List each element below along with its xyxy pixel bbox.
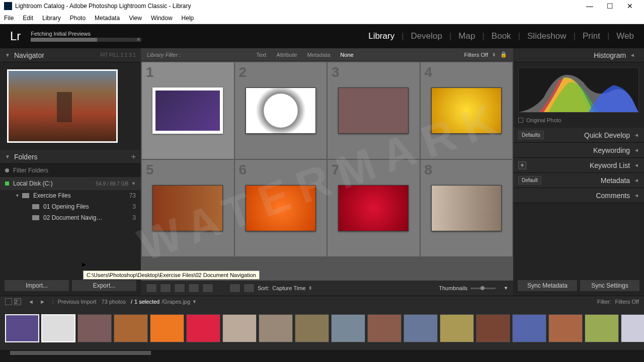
filmstrip-thumb[interactable] [331,314,365,342]
chevron-down-icon[interactable]: ▼ [504,286,508,291]
cell-index: 5 [146,162,154,178]
module-book[interactable]: Book [492,31,511,41]
second-window-icon[interactable]: 2 [14,298,21,305]
disk-row[interactable]: Local Disk (C:) 54.9 / 89.7 GB ▼ [0,177,141,190]
grid-cell[interactable]: 2 [235,62,327,159]
filmstrip-thumb[interactable] [77,314,112,342]
thumbnail-image [152,185,223,231]
loupe-view-button[interactable] [160,284,171,293]
module-slideshow[interactable]: Slideshow [527,31,567,41]
menu-metadata[interactable]: Metadata [95,15,120,22]
keywording-header[interactable]: Keywording ◄ [513,143,644,158]
filters-off-dropdown[interactable]: Filters Off [464,52,488,58]
filmstrip-thumb[interactable] [621,314,644,342]
disk-size: 54.9 / 89.7 GB [96,181,129,187]
folder-row[interactable]: 01 Opening Files3 [0,201,141,212]
filmstrip-thumb[interactable] [440,314,474,342]
metadata-header[interactable]: Default Metadata ◄ [513,173,644,188]
go-back-icon[interactable]: ◄ [28,299,34,305]
painter-button[interactable] [229,284,240,293]
menu-help[interactable]: Help [182,15,194,22]
menu-window[interactable]: Window [151,15,173,22]
default-dropdown[interactable]: Default [518,176,541,185]
close-button[interactable]: ✕ [620,2,640,10]
filmstrip-thumb[interactable] [150,314,184,342]
menu-view[interactable]: View [129,15,142,22]
filmstrip-thumb[interactable] [367,314,401,342]
filter-metadata[interactable]: Metadata [307,52,330,58]
defaults-dropdown[interactable]: Defaults [518,131,544,139]
filmstrip-scrollbar[interactable] [0,350,644,356]
module-map[interactable]: Map [458,31,475,41]
keyword-list-header[interactable]: + Keyword List ◄ [513,158,644,173]
menu-file[interactable]: File [4,15,14,22]
filmstrip-thumb[interactable] [512,314,546,342]
sync-settings-button[interactable]: Sync Settings [580,280,640,292]
status-source[interactable]: Previous Import [58,299,97,305]
menu-photo[interactable]: Photo [70,15,86,22]
sort-dropdown[interactable]: Capture Time [272,285,305,291]
filmstrip-thumb[interactable] [548,314,583,342]
menu-library[interactable]: Library [42,15,61,22]
navigator-preview[interactable] [0,62,141,150]
filmstrip-thumb[interactable] [585,314,619,342]
original-photo-checkbox[interactable]: Original Photo [518,117,639,123]
survey-view-button[interactable] [188,284,199,293]
filter-attribute[interactable]: Attribute [276,52,297,58]
filmstrip-thumb[interactable] [222,314,257,342]
histogram-header[interactable]: Histogram ◄ [513,48,644,62]
export-button[interactable]: Export... [71,280,137,292]
disk-name: Local Disk (C:) [13,180,53,187]
navigator-modes[interactable]: FIT FILL 1:1 3:1 [100,52,136,58]
filmstrip-thumb[interactable] [41,314,75,342]
filmstrip-thumb[interactable] [114,314,148,342]
filters-off-dropdown[interactable]: Filters Off [615,299,639,305]
folder-tooltip: C:\Users\Photoshop\Desktop\Exercise File… [83,270,260,280]
progress-cancel-icon[interactable]: ✕ [136,37,140,42]
menu-edit[interactable]: Edit [23,15,33,22]
grid-cell[interactable]: 8 [421,160,513,256]
thumbnail-grid: 12345678 [141,61,513,281]
sort-direction-button[interactable] [244,284,255,293]
grid-cell[interactable]: 3 [328,62,420,159]
filmstrip-thumb[interactable] [259,314,293,342]
compare-view-button[interactable] [174,284,185,293]
filter-text[interactable]: Text [256,52,266,58]
module-library[interactable]: Library [368,31,394,41]
go-forward-icon[interactable]: ► [40,299,45,305]
filmstrip-thumb[interactable] [476,314,510,342]
sync-metadata-button[interactable]: Sync Metadata [517,280,578,292]
filmstrip-thumb[interactable] [186,314,220,342]
folder-filter[interactable]: Filter Folders [0,164,141,177]
thumbnail-size-slider[interactable] [470,288,496,289]
comments-header[interactable]: Comments ◄ [513,188,644,203]
grid-cell[interactable]: 6 [235,160,327,256]
main-window-icon[interactable] [5,298,12,305]
filmstrip-thumb[interactable] [295,314,329,342]
module-develop[interactable]: Develop [411,31,442,41]
collapse-icon: ◄ [634,162,639,168]
import-button[interactable]: Import... [4,280,69,292]
filter-none[interactable]: None [340,52,353,58]
people-view-button[interactable] [202,284,213,293]
grid-cell[interactable]: 7 [328,160,420,256]
lock-icon[interactable]: 🔒 [500,51,507,58]
grid-cell[interactable]: 5 [142,160,234,256]
grid-view-button[interactable] [146,284,157,293]
filmstrip-thumb[interactable] [404,314,438,342]
module-print[interactable]: Print [583,31,600,41]
grid-cell[interactable]: 4 [421,62,513,159]
chevron-down-icon[interactable]: ▼ [192,299,197,304]
navigator-header[interactable]: ▼ Navigator FIT FILL 1:1 3:1 [0,48,141,62]
folder-row[interactable]: 02 Document Navig…3 [0,212,141,223]
folder-row[interactable]: ▼Exercise Files73 [0,190,141,201]
minimize-button[interactable]: — [580,2,600,10]
filmstrip-thumb[interactable] [5,314,39,342]
grid-cell[interactable]: 1 [142,62,234,159]
add-folder-icon[interactable]: + [131,152,136,161]
add-keyword-icon[interactable]: + [518,161,526,169]
quick-develop-header[interactable]: Defaults Quick Develop ◄ [513,128,644,143]
module-web[interactable]: Web [616,31,634,41]
folders-header[interactable]: ▼ Folders + [0,150,141,164]
maximize-button[interactable]: ☐ [600,2,620,10]
